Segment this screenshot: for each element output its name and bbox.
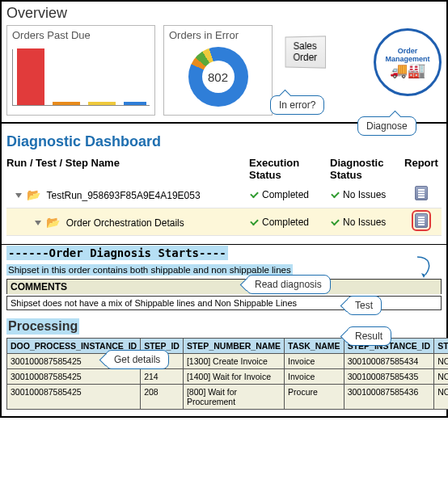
tree-toggle-icon[interactable]: [35, 221, 41, 225]
orders-in-error-card[interactable]: Orders in Error 802: [163, 25, 273, 116]
check-icon: [249, 216, 259, 225]
order-management-badge[interactable]: Order Management 🚚🏭: [374, 28, 442, 96]
col-step-status: STEP_STATUS: [434, 339, 448, 354]
orders-in-error-title: Orders in Error: [169, 29, 267, 41]
check-icon: [330, 188, 340, 198]
callout-get-details: Get details: [105, 350, 169, 369]
diagnostic-dashboard-title: Diagnostic Dashboard: [6, 133, 442, 150]
order-diagnosis-heading: ------Order Diagnosis Starts----: [6, 246, 228, 260]
col-exec: Execution Status: [249, 157, 330, 181]
bar-3: [88, 102, 116, 105]
callout-result: Result: [346, 326, 391, 346]
callout-read-diagnosis: Read diagnosis: [246, 275, 331, 294]
diag-row-testrun[interactable]: 📂 TestRun_958693F85A9E4A19E053 Completed…: [6, 181, 442, 208]
folder-icon: 📂: [27, 188, 40, 201]
bar-1: [17, 48, 44, 105]
col-task-name: TASK_NAME: [285, 339, 344, 354]
diag-row-name: Order Orchestration Details: [66, 217, 184, 229]
processing-heading: Processing: [6, 318, 79, 335]
order-management-label: Order Management: [376, 47, 439, 63]
orders-past-due-chart: [12, 44, 150, 117]
col-name: Run / Test / Step Name: [6, 157, 249, 181]
arrow-icon: [414, 255, 435, 278]
table-row[interactable]: 300100087585425 214 [1400] Wait for Invo…: [7, 369, 449, 385]
order-management-icon: 🚚🏭: [390, 63, 425, 78]
diagnostic-dashboard-panel: Diagnostic Dashboard Run / Test / Step N…: [2, 124, 446, 244]
bar-2: [53, 102, 80, 105]
diag-row-name: TestRun_958693F85A9E4A19E053: [46, 190, 200, 201]
col-report: Report: [401, 157, 442, 181]
table-row[interactable]: 300100087585425 208 [800] Wait for Procu…: [7, 385, 449, 410]
callout-diagnose: Diagnose: [357, 116, 416, 136]
col-diag: Diagnostic Status: [330, 157, 401, 181]
bar-4: [124, 102, 146, 105]
callout-test: Test: [346, 296, 382, 315]
tree-toggle-icon[interactable]: [15, 193, 22, 198]
check-icon: [249, 188, 259, 198]
callout-in-error: In error?: [270, 95, 324, 115]
orders-past-due-title: Orders Past Due: [12, 29, 150, 41]
overview-heading: Overview: [6, 5, 442, 22]
sales-order-tile[interactable]: Sales Order: [285, 36, 327, 68]
col-step-number-name: STEP_NUMBER_NAME: [183, 339, 284, 354]
processing-table: DOO_PROCESS_INSTANCE_ID STEP_ID STEP_NUM…: [6, 338, 448, 410]
report-icon-highlighted[interactable]: [415, 213, 428, 228]
orders-in-error-donut: 802: [188, 47, 248, 107]
diagnostic-columns-header: Run / Test / Step Name Execution Status …: [6, 157, 442, 181]
orders-past-due-card[interactable]: Orders Past Due: [6, 25, 155, 116]
check-icon: [330, 216, 340, 225]
overview-panel: Overview Orders Past Due Orders in Error…: [2, 2, 446, 124]
report-icon[interactable]: [415, 186, 428, 200]
table-row[interactable]: 300100087585425 213 [1300] Create Invoic…: [7, 354, 449, 369]
diag-row-orchestration[interactable]: 📂 Order Orchestration Details Completed …: [6, 208, 442, 236]
comments-label: COMMENTS: [6, 279, 442, 294]
folder-icon: 📂: [46, 216, 60, 229]
orders-in-error-count: 802: [188, 47, 248, 107]
diagnosis-test-line: Shipset in this order contains both ship…: [6, 264, 293, 276]
